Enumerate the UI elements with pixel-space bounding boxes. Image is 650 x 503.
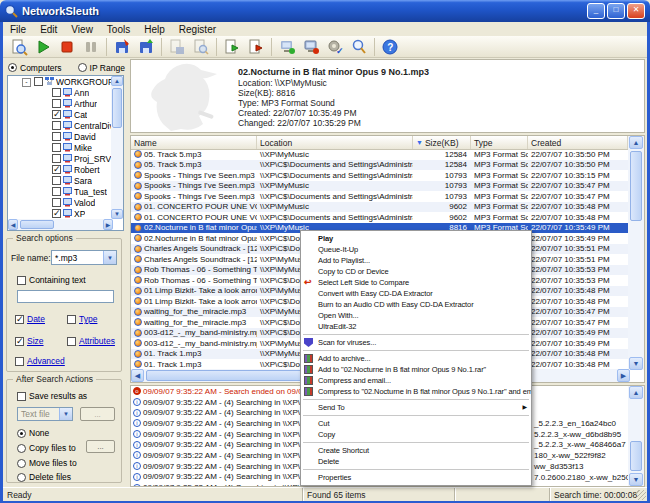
tree-item-computer[interactable]: Arthur <box>8 98 111 109</box>
table-vscrollbar[interactable]: ▲ ▼ <box>628 136 644 370</box>
tree-checkbox[interactable] <box>52 132 61 141</box>
minimize-button[interactable]: _ <box>587 3 605 19</box>
resize-grip[interactable] <box>636 490 646 500</box>
add-computer-icon[interactable] <box>275 37 299 57</box>
advanced-link[interactable]: Advanced <box>27 356 65 366</box>
find-files-icon[interactable] <box>7 37 31 57</box>
start-search-icon[interactable] <box>31 37 55 57</box>
tree-checkbox[interactable] <box>52 176 61 185</box>
export-list-green-icon[interactable] <box>220 37 244 57</box>
tree-checkbox[interactable] <box>52 165 61 174</box>
menu-item-help[interactable]: Help <box>137 24 172 35</box>
menu-item-edit[interactable]: Edit <box>33 24 64 35</box>
context-menu-item-properties[interactable]: Properties <box>301 472 531 483</box>
open-results-icon[interactable] <box>110 37 134 57</box>
tree-checkbox[interactable] <box>52 187 61 196</box>
tree-item-computer[interactable]: Sara <box>8 175 111 186</box>
context-menu-item-convert[interactable]: Convert with Easy CD-DA Extractor <box>301 288 531 299</box>
log-vscrollbar[interactable]: ▲ ▼ <box>628 386 644 486</box>
tree-item-computer[interactable]: Tua_test <box>8 186 111 197</box>
chevron-down-icon[interactable]: ▼ <box>59 408 72 420</box>
context-menu-item-burn-audio-cd[interactable]: Burn to an Audio CD with Easy CD-DA Extr… <box>301 299 531 310</box>
menu-item-register[interactable]: Register <box>172 24 223 35</box>
tree-item-computer[interactable]: David <box>8 131 111 142</box>
filter-size-option[interactable]: Size <box>15 336 44 346</box>
copy-radio[interactable] <box>17 444 26 453</box>
containing-text-option[interactable]: Containing text <box>17 275 86 285</box>
tree-checkbox[interactable] <box>52 198 61 207</box>
tree-checkbox[interactable] <box>52 121 61 130</box>
maximize-button[interactable]: □ <box>607 3 625 19</box>
table-row[interactable]: 01. CONCERTO POUR UNE VOIX.mp3\\XP\MyMus… <box>131 202 628 213</box>
save-format-select[interactable]: Text file ▼ <box>17 407 73 421</box>
tree-checkbox[interactable] <box>52 143 61 152</box>
attributes-checkbox[interactable] <box>67 337 76 346</box>
menu-item-file[interactable]: File <box>3 24 33 35</box>
tree-item-computer[interactable]: Robert <box>8 164 111 175</box>
export-list-red-icon[interactable] <box>244 37 268 57</box>
tree-vscrollbar[interactable]: ▲ ▼ <box>111 76 123 219</box>
context-menu-item-select-left-side[interactable]: ↩Select Left Side to Compare <box>301 277 531 288</box>
help-icon[interactable]: ? <box>378 37 402 57</box>
save-report-icon[interactable] <box>165 37 189 57</box>
tree-checkbox[interactable] <box>34 77 43 86</box>
table-row[interactable]: 05. Track 5.mp3\\XP\C$\Documents and Set… <box>131 160 628 171</box>
tree-item-computer[interactable]: Proj_SRV <box>8 153 111 164</box>
delete-radio[interactable] <box>17 473 26 482</box>
chevron-down-icon[interactable]: ▼ <box>103 251 116 264</box>
table-row[interactable]: Spooks - Things I've Seen.mp3\\XP\C$\Doc… <box>131 170 628 181</box>
action-copy-option[interactable]: Copy files to <box>17 443 76 453</box>
filter-date-option[interactable]: Date <box>15 314 45 324</box>
close-button[interactable]: ✕ <box>627 3 645 19</box>
size-link[interactable]: Size <box>27 336 44 346</box>
tree-item-computer[interactable]: Ann <box>8 87 111 98</box>
action-delete-option[interactable]: Delete files <box>17 472 71 482</box>
column-header-created[interactable]: Created <box>528 136 628 149</box>
tree-checkbox[interactable] <box>52 99 61 108</box>
collapse-icon[interactable]: - <box>22 78 31 87</box>
advanced-checkbox[interactable] <box>15 357 24 366</box>
tree-item-workgroup[interactable]: - WORKGROUP <box>8 76 111 87</box>
context-menu-item-play[interactable]: Play <box>301 233 531 244</box>
context-menu-item-compress-to-rar-email[interactable]: Compress to "02.Nocturne in B flat minor… <box>301 386 531 397</box>
save-results-icon[interactable] <box>134 37 158 57</box>
context-menu-item-open-with[interactable]: Open With... <box>301 310 531 321</box>
context-menu-item-compress-email[interactable]: Compress and email... <box>301 375 531 386</box>
context-menu-item-cut[interactable]: Cut <box>301 418 531 429</box>
remove-computer-icon[interactable] <box>299 37 323 57</box>
column-header-type[interactable]: Type <box>471 136 528 149</box>
action-move-option[interactable]: Move files to <box>17 458 77 468</box>
menu-item-tools[interactable]: Tools <box>100 24 137 35</box>
filter-type-option[interactable]: Type <box>67 314 97 324</box>
context-menu-item-scan-viruses[interactable]: Scan for viruses... <box>301 337 531 348</box>
none-radio[interactable] <box>17 429 26 438</box>
browse-copy-button[interactable]: ... <box>86 440 115 453</box>
date-link[interactable]: Date <box>27 314 45 324</box>
tree-checkbox[interactable] <box>52 88 61 97</box>
tree-checkbox[interactable] <box>52 209 61 218</box>
containing-text-input[interactable] <box>17 290 114 303</box>
tree-hscrollbar[interactable]: ◀ ▶ <box>8 219 113 230</box>
context-menu-item-add-to-archive[interactable]: Add to archive... <box>301 353 531 364</box>
file-name-combo[interactable]: *.mp3 ▼ <box>51 250 117 265</box>
stop-search-icon[interactable] <box>55 37 79 57</box>
column-header-name[interactable]: Name <box>131 136 257 149</box>
pause-search-icon[interactable] <box>79 37 103 57</box>
preview-report-icon[interactable] <box>189 37 213 57</box>
context-menu-item-delete[interactable]: Delete <box>301 456 531 467</box>
table-row[interactable]: 01. CONCERTO POUR UNE VOIX.mp3\\XP\C$\Do… <box>131 212 628 223</box>
save-results-checkbox[interactable] <box>17 392 26 401</box>
date-checkbox[interactable] <box>15 315 24 324</box>
menu-item-view[interactable]: View <box>64 24 100 35</box>
filter-advanced-option[interactable]: Advanced <box>15 356 65 366</box>
tree-checkbox[interactable] <box>52 154 61 163</box>
context-menu-item-add-to-playlist[interactable]: Add to Playlist... <box>301 255 531 266</box>
context-menu-item-copy-to-cd[interactable]: Copy to CD or Device <box>301 266 531 277</box>
tree-item-computer[interactable]: XP <box>8 208 111 219</box>
tree-checkbox[interactable] <box>52 110 61 119</box>
radio-ip-range[interactable]: IP Range <box>78 63 125 73</box>
table-row[interactable]: 05. Track 5.mp3\\XP\MyMusic12584MP3 Form… <box>131 149 628 160</box>
context-menu-item-create-shortcut[interactable]: Create Shortcut <box>301 445 531 456</box>
action-none-option[interactable]: None <box>17 428 49 438</box>
filter-attributes-option[interactable]: Attributes <box>67 336 115 346</box>
